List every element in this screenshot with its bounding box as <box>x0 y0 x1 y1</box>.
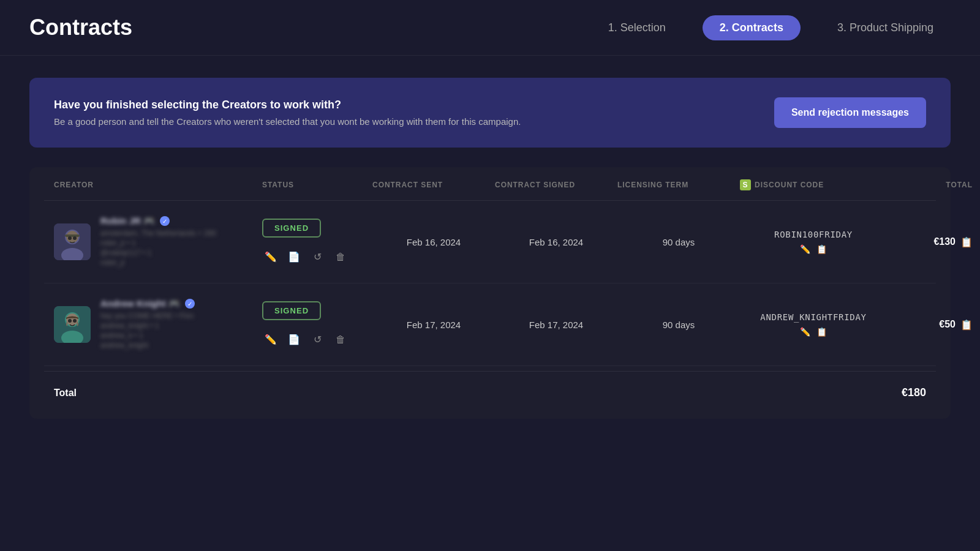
banner-description: Be a good person and tell the Creators w… <box>54 116 521 127</box>
creator-meta-2d: andrew_knight <box>100 341 195 350</box>
total-cell-1: €130 📋 <box>887 236 973 248</box>
contracts-table: CREATOR STATUS CONTRACT SENT CONTRACT SI… <box>29 167 951 419</box>
creator-name-2: Andrew Knight 🎮 <box>100 298 180 309</box>
contract-signed-2: Feb 17, 2024 <box>495 320 617 330</box>
refresh-icon-1[interactable]: ↺ <box>309 249 326 266</box>
svg-point-11 <box>68 319 72 323</box>
creator-info-1: Robin JR 🎮 ✓ amsterdam, The Netherlands … <box>100 216 216 268</box>
creator-cell-1: Robin JR 🎮 ✓ amsterdam, The Netherlands … <box>54 216 262 268</box>
status-cell-1: SIGNED ✏️ 📄 ↺ 🗑 <box>262 219 372 266</box>
col-contract-signed: CONTRACT SIGNED <box>495 179 617 190</box>
discount-cell-2: ANDREW_KNIGHTFRIDAY ✏️ 📋 <box>740 312 887 337</box>
table-row: Andrew Knight 🎮 ✓ hey you COME HERE • Fi… <box>44 283 936 366</box>
copy-total-icon-2[interactable]: 📋 <box>960 319 973 331</box>
creator-meta-2c: andrew_k • 1 <box>100 331 195 340</box>
total-value-2: €50 <box>939 319 956 330</box>
nav-step-shipping[interactable]: 3. Product Shipping <box>820 15 951 40</box>
action-icons-2: ✏️ 📄 ↺ 🗑 <box>262 331 372 348</box>
delete-icon-1[interactable]: 🗑 <box>332 249 349 266</box>
col-total: TOTAL <box>887 179 973 190</box>
svg-point-10 <box>66 313 78 326</box>
creator-meta-2a: hey you COME HERE • Finn <box>100 312 195 320</box>
info-banner: Have you finished selecting the Creators… <box>29 78 951 148</box>
signed-badge-1: SIGNED <box>262 219 321 238</box>
main-content: Have you finished selecting the Creators… <box>0 56 980 441</box>
col-status: STATUS <box>262 179 372 190</box>
verified-icon-2: ✓ <box>185 299 195 309</box>
nav-step-contracts[interactable]: 2. Contracts <box>703 15 801 40</box>
creator-meta-1b: robin_jr • 1 <box>100 239 216 247</box>
edit-icon-1[interactable]: ✏️ <box>262 249 279 266</box>
creator-avatar-2 <box>54 306 91 343</box>
discount-copy-icon-1[interactable]: 📋 <box>816 244 827 254</box>
action-icons-1: ✏️ 📄 ↺ 🗑 <box>262 249 372 266</box>
shopify-icon: S <box>740 179 751 190</box>
creator-name-1: Robin JR 🎮 <box>100 216 155 227</box>
contract-sent-2: Feb 17, 2024 <box>372 320 495 330</box>
discount-edit-icon-2[interactable]: ✏️ <box>800 327 810 337</box>
col-discount-code: S DISCOUNT CODE <box>740 179 887 190</box>
banner-text: Have you finished selecting the Creators… <box>54 99 521 127</box>
col-contract-sent: CONTRACT SENT <box>372 179 495 190</box>
edit-icon-2[interactable]: ✏️ <box>262 331 279 348</box>
page-header: Contracts 1. Selection 2. Contracts 3. P… <box>0 0 980 56</box>
discount-actions-1: ✏️ 📋 <box>740 244 887 254</box>
col-creator: CREATOR <box>54 179 262 190</box>
svg-point-12 <box>73 319 77 323</box>
footer-total-label: Total <box>54 388 77 399</box>
document-icon-1[interactable]: 📄 <box>285 249 303 266</box>
creator-info-2: Andrew Knight 🎮 ✓ hey you COME HERE • Fi… <box>100 298 195 351</box>
status-cell-2: SIGNED ✏️ 📄 ↺ 🗑 <box>262 301 372 348</box>
discount-cell-1: ROBIN100FRIDAY ✏️ 📋 <box>740 230 887 254</box>
col-licensing-term: LICENSING TERM <box>617 179 740 190</box>
svg-rect-4 <box>65 234 80 237</box>
svg-point-6 <box>73 236 77 240</box>
delete-icon-2[interactable]: 🗑 <box>332 331 349 348</box>
send-rejection-button[interactable]: Send rejection messages <box>774 97 926 128</box>
verified-icon-1: ✓ <box>160 216 170 226</box>
discount-code-2: ANDREW_KNIGHTFRIDAY <box>740 312 887 322</box>
page-title: Contracts <box>29 15 132 40</box>
step-nav: 1. Selection 2. Contracts 3. Product Shi… <box>591 15 951 40</box>
discount-copy-icon-2[interactable]: 📋 <box>816 327 827 337</box>
creator-meta-2b: andrew_knight • 1 <box>100 321 195 330</box>
creator-meta-1c: @robinjr117 • 1 <box>100 249 216 257</box>
signed-badge-2: SIGNED <box>262 301 321 320</box>
table-row: Robin JR 🎮 ✓ amsterdam, The Netherlands … <box>44 201 936 283</box>
contract-signed-1: Feb 16, 2024 <box>495 237 617 247</box>
total-cell-2: €50 📋 <box>887 319 973 331</box>
svg-point-5 <box>68 236 72 240</box>
refresh-icon-2[interactable]: ↺ <box>309 331 326 348</box>
copy-total-icon-1[interactable]: 📋 <box>960 236 973 248</box>
discount-code-1: ROBIN100FRIDAY <box>740 230 887 239</box>
document-icon-2[interactable]: 📄 <box>285 331 303 348</box>
discount-actions-2: ✏️ 📋 <box>740 327 887 337</box>
creator-meta-1d: robin_jr <box>100 258 216 267</box>
licensing-term-2: 90 days <box>617 320 740 330</box>
nav-step-selection[interactable]: 1. Selection <box>591 15 683 40</box>
footer-total-value: €180 <box>902 386 926 399</box>
licensing-term-1: 90 days <box>617 237 740 247</box>
contract-sent-1: Feb 16, 2024 <box>372 237 495 247</box>
creator-meta-1a: amsterdam, The Netherlands + 280 <box>100 229 216 238</box>
table-footer: Total €180 <box>44 371 936 404</box>
creator-cell-2: Andrew Knight 🎮 ✓ hey you COME HERE • Fi… <box>54 298 262 351</box>
banner-title: Have you finished selecting the Creators… <box>54 99 521 111</box>
creator-avatar-1 <box>54 223 91 260</box>
table-header: CREATOR STATUS CONTRACT SENT CONTRACT SI… <box>44 167 936 201</box>
total-value-1: €130 <box>933 236 956 247</box>
discount-edit-icon-1[interactable]: ✏️ <box>800 244 810 254</box>
